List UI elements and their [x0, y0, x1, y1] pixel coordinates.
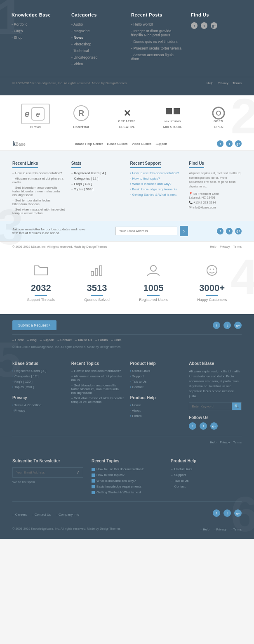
list-item[interactable]: How to use this documentation? — [71, 369, 124, 373]
list-item[interactable]: How to use this documentation? — [92, 467, 162, 471]
twitter-icon[interactable]: t — [201, 22, 207, 29]
nav-link-video[interactable]: Video Guides — [132, 142, 151, 146]
list-item[interactable]: Shop — [12, 36, 63, 40]
list-item bold[interactable]: News — [71, 36, 123, 40]
s5-link-talkto[interactable]: Talk to Us — [75, 338, 92, 342]
s5-link-contact[interactable]: Contact — [57, 338, 71, 342]
s6-link-privacy[interactable]: – Privacy — [214, 528, 226, 531]
list-item[interactable]: How to find topics? — [92, 473, 162, 477]
s5-link-terms[interactable]: Terms — [233, 440, 242, 444]
nav-link-guides[interactable]: kBase Guides — [107, 142, 128, 146]
list-item[interactable]: Useful Links — [171, 467, 242, 471]
kbase-link-privacy[interactable]: Privacy — [220, 245, 230, 249]
list-item[interactable]: Video — [71, 62, 123, 66]
s5-link-privacy[interactable]: Privacy — [220, 440, 230, 444]
nav-link-helpcenter[interactable]: kBase Help Center — [75, 142, 103, 146]
kbase-link-terms[interactable]: Terms — [233, 245, 242, 249]
list-item[interactable]: Contact — [130, 385, 183, 389]
list-item[interactable]: Home — [130, 403, 183, 407]
s6-link-contact[interactable]: Contact Us — [32, 513, 51, 516]
list-item[interactable]: Technical — [71, 49, 123, 53]
nav-twitter-icon[interactable]: t — [226, 140, 233, 147]
s6-google-icon[interactable]: g+ — [234, 509, 242, 517]
s5-google-icon[interactable]: g+ — [234, 322, 242, 329]
s5-link-blog[interactable]: Blog — [27, 338, 37, 342]
list-item[interactable]: Hello world! — [131, 22, 183, 26]
rs-link[interactable]: What is included and why? — [130, 182, 183, 186]
list-item[interactable]: Sed tempor dui in lectus bibendum rhoncu… — [12, 199, 65, 206]
list-item[interactable]: Privacy — [12, 409, 65, 412]
footer-link-help[interactable]: Help — [207, 81, 213, 85]
list-item[interactable]: Talk to Us — [171, 479, 242, 483]
list-item[interactable]: Faq's — [12, 29, 63, 33]
list-item[interactable]: Aliquam et massa et dui pharetra mollis — [71, 374, 124, 382]
rs-link[interactable]: How to use this documentation? — [130, 171, 183, 175]
s5-link-links[interactable]: Links — [111, 338, 121, 342]
s6-link-terms[interactable]: – Terms — [230, 528, 242, 531]
about-facebook-icon[interactable]: f — [189, 422, 196, 430]
nav-facebook-icon[interactable]: f — [217, 140, 223, 147]
list-item[interactable]: Audio — [71, 22, 123, 26]
googleplus-icon[interactable]: g+ — [211, 22, 217, 29]
about-google-icon[interactable]: g+ — [210, 422, 218, 430]
list-item[interactable]: Praesent iaculis tortor viverra — [131, 46, 183, 50]
kbase-link-help[interactable]: Help — [210, 245, 216, 249]
list-item[interactable]: Aenean accumsan ligula diam — [131, 53, 183, 61]
s6-link-help[interactable]: – Help — [200, 528, 209, 531]
kbase-footer-links: Help Privacy Terms — [207, 245, 242, 249]
s5-link-forum[interactable]: Forum — [95, 338, 108, 342]
list-item[interactable]: Uncategorized — [71, 55, 123, 59]
nav-link-support[interactable]: Support — [155, 142, 167, 146]
nl-twitter-icon[interactable]: t — [226, 228, 233, 234]
list-item[interactable]: Basic knowledge requirements — [92, 485, 162, 488]
facebook-icon[interactable]: f — [191, 22, 198, 29]
list-item[interactable]: Sed vitae massa et nibh imperdiet tempus… — [71, 396, 124, 404]
s5-link-support[interactable]: Support — [40, 338, 54, 342]
list-item[interactable]: Terms & Condition — [12, 403, 65, 407]
s6-twitter-icon[interactable]: t — [223, 509, 231, 517]
submit-request-button[interactable]: Submit a Request + — [12, 320, 56, 330]
list-item[interactable]: Photoshop — [71, 42, 123, 46]
s5-link-home[interactable]: Home — [12, 338, 24, 342]
newsletter-submit-button[interactable] — [180, 226, 188, 236]
list-item[interactable]: How to use this documentation? — [12, 171, 65, 175]
s5-twitter-icon[interactable]: t — [223, 322, 231, 329]
list-item[interactable]: Talk to Us — [130, 380, 183, 384]
footer-link-privacy[interactable]: Privacy — [218, 81, 228, 85]
footer-link-terms[interactable]: Terms — [233, 81, 242, 85]
s5-facebook-icon[interactable]: f — [213, 322, 220, 329]
list-item[interactable]: Forum — [130, 414, 183, 418]
list-item[interactable]: Portfolio — [12, 22, 63, 26]
s6-facebook-icon[interactable]: f — [213, 509, 220, 517]
list-item[interactable]: Sed bibendum arcu convallis tortor biben… — [71, 384, 124, 395]
list-item[interactable]: Aliquam et massa et dui pharetra mollis — [12, 177, 65, 184]
list-item[interactable]: Support — [171, 473, 242, 477]
list-item[interactable]: Sed vitae massa et nibh imperdiet tempus… — [12, 208, 65, 215]
s5-link-help[interactable]: Help — [210, 440, 216, 444]
list-item[interactable]: Support — [130, 374, 183, 378]
rs-link[interactable]: How to find topics? — [130, 177, 183, 180]
list-item[interactable]: Donec quis ex vel tincidunt — [131, 40, 183, 44]
nl-google-icon[interactable]: g+ — [235, 228, 242, 234]
rs-link[interactable]: Getting Started & What is next — [130, 193, 183, 197]
s6-link-careers[interactable]: Careers — [12, 513, 27, 516]
s6-newsletter-button[interactable]: ✓ — [73, 468, 83, 477]
s6-email-input[interactable] — [13, 468, 73, 477]
s5-search-input[interactable] — [189, 403, 232, 410]
newsletter-email-input[interactable] — [115, 227, 177, 235]
rs-link[interactable]: Basic knowledge requirements — [130, 187, 183, 191]
nl-facebook-icon[interactable]: f — [217, 228, 223, 234]
list-item[interactable]: Integer at diam gravida fringilla Nibh p… — [131, 29, 183, 37]
list-item[interactable]: Contact — [171, 485, 242, 488]
list-item[interactable]: Magazine — [71, 29, 123, 33]
list-item[interactable]: Getting Started & What is next — [92, 490, 162, 494]
nav-google-icon[interactable]: g+ — [235, 140, 242, 147]
s5-search-button[interactable]: 🔍 — [232, 402, 241, 410]
section5-wrapper: 5 Submit a Request + f t g+ Home Blog Su… — [0, 314, 254, 450]
list-item[interactable]: Sed bibendum arcu convallis tortor biben… — [12, 186, 65, 197]
s6-link-company[interactable]: Company Info — [56, 513, 79, 516]
list-item[interactable]: About — [130, 409, 183, 412]
list-item[interactable]: What is included and why? — [92, 479, 162, 483]
list-item[interactable]: Useful Links — [130, 369, 183, 373]
about-twitter-icon[interactable]: t — [200, 422, 207, 430]
